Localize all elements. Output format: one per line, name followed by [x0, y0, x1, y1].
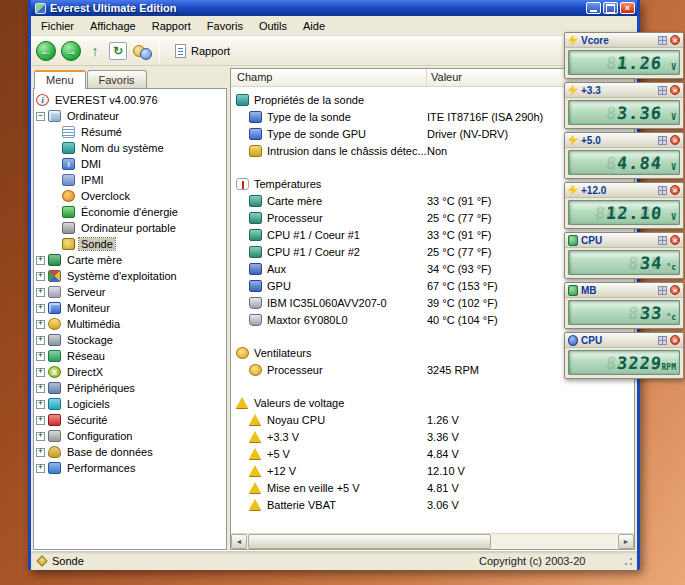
resize-grip[interactable] [621, 554, 634, 567]
tree-item-directx[interactable]: +DirectX [34, 364, 226, 380]
tree-item-logiciels[interactable]: +Logiciels [34, 396, 226, 412]
column-header-field[interactable]: Champ [231, 69, 427, 86]
maximize-button[interactable] [603, 2, 618, 14]
expand-icon[interactable]: + [36, 384, 45, 393]
gadget-menu-button[interactable] [658, 236, 667, 245]
menu-item-affichage[interactable]: Affichage [82, 17, 144, 35]
tree-item-serveur[interactable]: +Serveur [34, 284, 226, 300]
gadget-close-button[interactable]: × [670, 85, 680, 95]
scroll-right-button[interactable] [618, 534, 634, 549]
tree-item-securite[interactable]: +Sécurité [34, 412, 226, 428]
tree-item-dmi[interactable]: DMI [34, 156, 226, 172]
expand-icon[interactable]: + [36, 432, 45, 441]
horizontal-scrollbar[interactable] [231, 533, 634, 549]
up-button[interactable] [86, 42, 104, 60]
expand-icon[interactable]: + [36, 320, 45, 329]
back-button[interactable] [36, 41, 56, 61]
refresh-button[interactable] [109, 42, 127, 60]
gadget-header[interactable]: Vcore× [565, 33, 683, 48]
fan-icon [568, 335, 578, 346]
tree-item-label: Carte mère [65, 254, 124, 266]
tree-item-ipmi[interactable]: IPMI [34, 172, 226, 188]
table-row[interactable]: +3.3 V3.36 V [231, 428, 634, 445]
gadget-close-button[interactable]: × [670, 285, 680, 295]
tree-item-ordinateur[interactable]: −Ordinateur [34, 108, 226, 124]
expand-icon[interactable]: + [36, 400, 45, 409]
gadget-header[interactable]: CPU× [565, 233, 683, 248]
users-icon[interactable] [132, 42, 152, 60]
tree-item-reseau[interactable]: +Réseau [34, 348, 226, 364]
gadget-menu-button[interactable] [658, 186, 667, 195]
forward-button[interactable] [61, 41, 81, 61]
expand-icon[interactable]: + [36, 288, 45, 297]
tree-item-carte-mere[interactable]: +Carte mère [34, 252, 226, 268]
tree-item-overclock[interactable]: Overclock [34, 188, 226, 204]
tree-item-stockage[interactable]: +Stockage [34, 332, 226, 348]
scroll-left-button[interactable] [231, 534, 247, 549]
gadget-header[interactable]: CPU× [565, 333, 683, 348]
gadget-menu-button[interactable] [658, 336, 667, 345]
table-row[interactable]: Batterie VBAT3.06 V [231, 496, 634, 513]
expand-icon[interactable]: + [36, 256, 45, 265]
collapse-icon[interactable]: − [36, 112, 45, 121]
gadget-close-button[interactable]: × [670, 185, 680, 195]
tree-item-base-de-donnees[interactable]: +Base de données [34, 444, 226, 460]
overclock-icon [62, 190, 75, 202]
menu-item-outils[interactable]: Outils [251, 17, 295, 35]
gadget-header[interactable]: +12.0× [565, 183, 683, 198]
tab-favorites[interactable]: Favoris [87, 70, 147, 89]
expand-icon[interactable]: + [36, 336, 45, 345]
tree-item-economie-d-energie[interactable]: Économie d'énergie [34, 204, 226, 220]
expand-icon[interactable]: + [36, 352, 45, 361]
scrollbar-thumb[interactable] [248, 534, 491, 549]
menu-item-rapport[interactable]: Rapport [144, 17, 199, 35]
gadget-close-button[interactable]: × [670, 135, 680, 145]
tree-item-moniteur[interactable]: +Moniteur [34, 300, 226, 316]
tree-item-configuration[interactable]: +Configuration [34, 428, 226, 444]
expand-icon[interactable]: + [36, 304, 45, 313]
table-row[interactable]: +12 V12.10 V [231, 462, 634, 479]
tree-item-everest-v4-00-976[interactable]: EVEREST v4.00.976 [34, 92, 226, 108]
table-row[interactable]: +5 V4.84 V [231, 445, 634, 462]
gadget-close-button[interactable]: × [670, 35, 680, 45]
tree-item-peripheriques[interactable]: +Périphériques [34, 380, 226, 396]
scrollbar-track[interactable] [247, 534, 618, 549]
lcd-display: 88834°c [568, 250, 680, 275]
tree-item-nom-du-systeme[interactable]: Nom du système [34, 140, 226, 156]
report-button[interactable]: Rapport [167, 41, 238, 61]
gadget-header[interactable]: +3.3× [565, 83, 683, 98]
tree-item-resume[interactable]: Résumé [34, 124, 226, 140]
tree-item-sonde[interactable]: Sonde [34, 236, 226, 252]
tree-item-systeme-d-exploitation[interactable]: +Système d'exploitation [34, 268, 226, 284]
gadget-header[interactable]: +5.0× [565, 133, 683, 148]
close-button[interactable]: × [620, 2, 635, 14]
table-row[interactable]: Mise en veille +5 V4.81 V [231, 479, 634, 496]
menu-item-fichier[interactable]: Fichier [33, 17, 82, 35]
tree-item-label: Ordinateur [65, 110, 121, 122]
minimize-button[interactable] [586, 2, 601, 14]
gadget-menu-button[interactable] [658, 86, 667, 95]
gadget-menu-button[interactable] [658, 136, 667, 145]
gadget-header[interactable]: MB× [565, 283, 683, 298]
tree-item-ordinateur-portable[interactable]: Ordinateur portable [34, 220, 226, 236]
menu-item-aide[interactable]: Aide [295, 17, 333, 35]
gadget-menu-button[interactable] [658, 286, 667, 295]
expand-icon[interactable]: + [36, 368, 45, 377]
tree-item-performances[interactable]: +Performances [34, 460, 226, 476]
table-row-field: CPU #1 / Coeur #2 [231, 246, 427, 258]
gadget-close-button[interactable]: × [670, 235, 680, 245]
gadget-close-button[interactable]: × [670, 335, 680, 345]
expand-icon[interactable]: + [36, 464, 45, 473]
tree-item-multimedia[interactable]: +Multimédia [34, 316, 226, 332]
tab-menu[interactable]: Menu [34, 70, 86, 89]
gadget-menu-button[interactable] [658, 36, 667, 45]
menu-item-favoris[interactable]: Favoris [199, 17, 251, 35]
table-row-label: IBM IC35L060AVV207-0 [267, 297, 387, 309]
title-bar[interactable]: Everest Ultimate Edition × [31, 0, 637, 16]
expand-icon[interactable]: + [36, 272, 45, 281]
table-group-field: Valeurs de voltage [231, 397, 427, 409]
table-row[interactable]: Noyau CPU1.26 V [231, 411, 634, 428]
expand-icon[interactable]: + [36, 416, 45, 425]
main-area: Menu Favoris EVEREST v4.00.976−Ordinateu… [31, 66, 637, 550]
expand-icon[interactable]: + [36, 448, 45, 457]
